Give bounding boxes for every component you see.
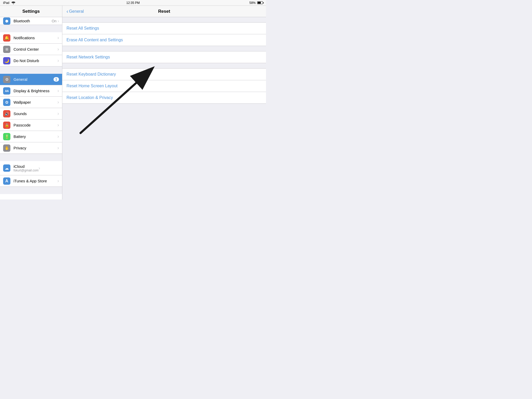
sounds-icon: 🔊: [3, 110, 10, 117]
reset-keyboard-item[interactable]: Reset Keyboard Dictionary: [62, 69, 266, 80]
icloud-name: iCloud: [14, 164, 38, 169]
reset-keyboard-label: Reset Keyboard Dictionary: [66, 72, 116, 76]
right-content: Reset All Settings Erase All Content and…: [62, 17, 266, 200]
icloud-chevron: ›: [38, 165, 40, 171]
sidebar-item-general[interactable]: ⚙ General 1: [0, 74, 62, 85]
reset-group-3: Reset Keyboard Dictionary Reset Home Scr…: [62, 68, 266, 104]
reset-all-settings-label: Reset All Settings: [66, 26, 99, 30]
display-icon: AA: [3, 87, 10, 95]
wallpaper-icon: ✿: [3, 99, 10, 106]
status-left: iPad: [3, 1, 15, 5]
battery-chevron: ›: [57, 134, 59, 139]
sidebar-item-control-center[interactable]: ⊞ Control Center ›: [0, 44, 62, 55]
reset-home-screen-label: Reset Home Screen Layout: [66, 84, 118, 88]
reset-group-2: Reset Network Settings: [62, 51, 266, 63]
right-panel: ‹ General Reset Reset All Settings Erase…: [62, 6, 266, 200]
icloud-text: iCloud fskurt@gmail.com: [14, 164, 38, 172]
bluetooth-label: Bluetooth: [14, 19, 52, 23]
reset-location-item[interactable]: Reset Location & Privacy: [62, 92, 266, 103]
section-gap-3: [0, 154, 62, 161]
left-panel: Settings ⬢ Bluetooth On › 🔔 Notification…: [0, 6, 62, 200]
sidebar-item-icloud[interactable]: ☁ iCloud fskurt@gmail.com ›: [0, 161, 62, 175]
wifi-icon: [11, 1, 15, 4]
status-bar: iPad 12:35 PM 58%: [0, 0, 266, 6]
bluetooth-status: On: [52, 19, 57, 23]
sidebar-item-notifications[interactable]: 🔔 Notifications ›: [0, 32, 62, 44]
privacy-label: Privacy: [14, 146, 57, 150]
back-button[interactable]: ‹ General: [66, 9, 84, 14]
sidebar-item-display[interactable]: AA Display & Brightness ›: [0, 85, 62, 97]
notifications-icon: 🔔: [3, 34, 10, 42]
sounds-chevron: ›: [57, 111, 59, 116]
privacy-icon: ✋: [3, 144, 10, 152]
battery-label: Battery: [14, 134, 57, 139]
battery-percent: 58%: [249, 1, 256, 5]
wallpaper-label: Wallpaper: [14, 100, 57, 104]
section-gap-4: [0, 187, 62, 194]
extra-item-1[interactable]: [0, 194, 62, 200]
privacy-chevron: ›: [57, 145, 59, 151]
display-label: Display & Brightness: [14, 89, 57, 93]
ipad-label: iPad: [3, 1, 9, 5]
sidebar-item-passcode[interactable]: 🔒 Passcode ›: [0, 119, 62, 131]
sidebar-item-battery[interactable]: 🔋 Battery ›: [0, 131, 62, 142]
status-time: 12:35 PM: [126, 1, 139, 5]
general-label: General: [14, 77, 54, 82]
do-not-disturb-icon: 🌙: [3, 57, 10, 64]
bluetooth-chevron: ›: [58, 19, 59, 23]
appstore-icon: A: [3, 177, 10, 185]
reset-network-label: Reset Network Settings: [66, 55, 110, 59]
sidebar-item-sounds[interactable]: 🔊 Sounds ›: [0, 108, 62, 119]
back-label: General: [69, 9, 84, 14]
battery-icon: [257, 1, 263, 4]
passcode-icon: 🔒: [3, 122, 10, 129]
bluetooth-icon: ⬢: [5, 19, 8, 23]
reset-all-settings-item[interactable]: Reset All Settings: [62, 23, 266, 34]
back-chevron-icon: ‹: [66, 9, 68, 14]
appstore-chevron: ›: [57, 178, 59, 184]
reset-home-screen-item[interactable]: Reset Home Screen Layout: [62, 80, 266, 92]
sidebar-item-wallpaper[interactable]: ✿ Wallpaper ›: [0, 97, 62, 108]
passcode-chevron: ›: [57, 122, 59, 128]
general-icon: ⚙: [3, 76, 10, 83]
sidebar-item-privacy[interactable]: ✋ Privacy ›: [0, 142, 62, 154]
status-right: 58%: [249, 1, 263, 5]
reset-location-label: Reset Location & Privacy: [66, 95, 113, 100]
settings-header: Settings: [0, 6, 62, 17]
control-center-label: Control Center: [14, 47, 57, 51]
sidebar-item-appstore[interactable]: A iTunes & App Store ›: [0, 175, 62, 187]
do-not-disturb-chevron: ›: [57, 58, 59, 63]
icloud-email: fskurt@gmail.com: [14, 169, 38, 172]
right-header: ‹ General Reset: [62, 6, 266, 17]
reset-title: Reset: [158, 9, 170, 14]
sidebar-item-do-not-disturb[interactable]: 🌙 Do Not Disturb ›: [0, 55, 62, 66]
battery-settings-icon: 🔋: [3, 133, 10, 140]
notifications-label: Notifications: [14, 36, 57, 40]
main-layout: Settings ⬢ Bluetooth On › 🔔 Notification…: [0, 6, 266, 200]
passcode-label: Passcode: [14, 123, 57, 127]
sounds-label: Sounds: [14, 111, 57, 116]
do-not-disturb-label: Do Not Disturb: [14, 58, 57, 63]
appstore-label: iTunes & App Store: [14, 179, 57, 183]
wallpaper-chevron: ›: [57, 99, 59, 105]
erase-all-label: Erase All Content and Settings: [66, 38, 123, 42]
notifications-chevron: ›: [57, 35, 59, 41]
control-center-icon: ⊞: [3, 46, 10, 53]
sidebar-item-bluetooth[interactable]: ⬢ Bluetooth On ›: [0, 17, 62, 25]
svg-point-0: [13, 4, 14, 4]
general-badge: 1: [54, 77, 59, 82]
reset-network-item[interactable]: Reset Network Settings: [62, 51, 266, 63]
icloud-icon: ☁: [3, 164, 10, 172]
control-center-chevron: ›: [57, 46, 59, 52]
settings-list: ⬢ Bluetooth On › 🔔 Notifications › ⊞: [0, 17, 62, 200]
section-gap-2: [0, 66, 62, 74]
erase-all-item[interactable]: Erase All Content and Settings: [62, 34, 266, 46]
reset-group-1: Reset All Settings Erase All Content and…: [62, 22, 266, 46]
section-gap-1: [0, 25, 62, 32]
display-chevron: ›: [57, 88, 59, 94]
